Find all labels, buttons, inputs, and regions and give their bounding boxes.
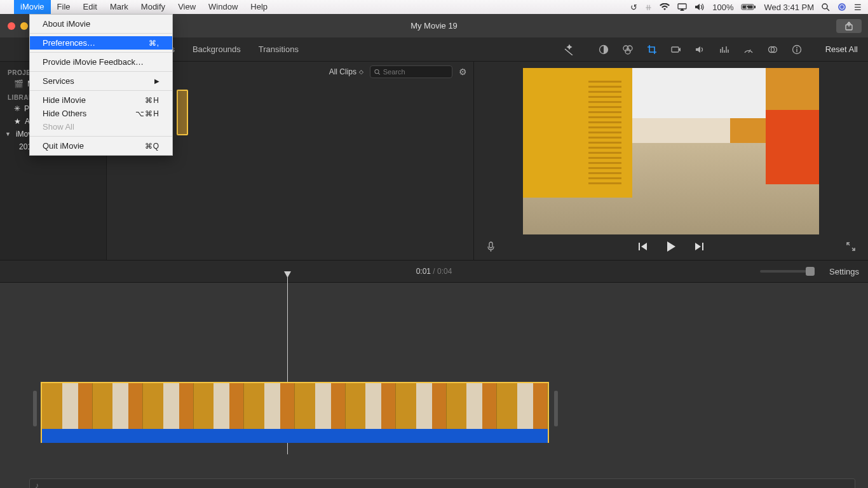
enhance-wand-button[interactable] bbox=[562, 44, 588, 55]
timeline-clip[interactable] bbox=[41, 382, 549, 443]
bluetooth-icon[interactable]: ⧺ bbox=[645, 3, 652, 12]
menu-hide-imovie[interactable]: Hide iMovie⌘H bbox=[30, 93, 172, 107]
fullscreen-icon[interactable] bbox=[846, 242, 855, 251]
menu-services[interactable]: Services▶ bbox=[30, 74, 172, 88]
svg-point-4 bbox=[822, 4, 827, 9]
background-music-well[interactable]: ♪ bbox=[29, 478, 855, 488]
imovie-app-menu: About iMovie Preferences…⌘, Provide iMov… bbox=[29, 14, 173, 156]
color-correction-icon[interactable] bbox=[622, 44, 634, 55]
window-minimize-button[interactable] bbox=[20, 22, 28, 30]
menubar-clock[interactable]: Wed 3:41 PM bbox=[764, 3, 814, 12]
svg-rect-24 bbox=[702, 243, 703, 250]
browser-clip-thumbnail[interactable] bbox=[177, 90, 188, 135]
play-button[interactable] bbox=[666, 241, 676, 252]
svg-rect-0 bbox=[678, 4, 686, 9]
prev-button[interactable] bbox=[638, 242, 648, 251]
menu-help[interactable]: Help bbox=[244, 0, 274, 14]
timeline-settings-button[interactable]: Settings bbox=[829, 267, 859, 276]
crop-icon[interactable] bbox=[646, 44, 658, 55]
search-input[interactable] bbox=[383, 68, 448, 76]
wifi-icon[interactable] bbox=[660, 3, 670, 11]
notification-center-icon[interactable]: ☰ bbox=[854, 3, 862, 12]
clip-filter-icon[interactable] bbox=[767, 44, 778, 55]
menu-mark[interactable]: Mark bbox=[104, 0, 135, 14]
tab-transitions[interactable]: Transitions bbox=[259, 44, 299, 54]
svg-point-6 bbox=[838, 3, 846, 11]
battery-percent: 100% bbox=[712, 3, 733, 12]
menu-imovie[interactable]: iMovie bbox=[14, 0, 51, 14]
tab-backgrounds[interactable]: Backgrounds bbox=[193, 44, 241, 54]
next-button[interactable] bbox=[694, 242, 704, 251]
clip-trim-handle-right[interactable] bbox=[554, 391, 558, 426]
clip-filter-dropdown[interactable]: All Clips ◇ bbox=[329, 67, 363, 76]
preview-viewer bbox=[474, 62, 868, 260]
menu-hide-others[interactable]: Hide Others⌥⌘H bbox=[30, 107, 172, 120]
svg-point-18 bbox=[796, 47, 797, 48]
battery-icon[interactable] bbox=[741, 3, 756, 11]
stabilization-icon[interactable] bbox=[670, 44, 682, 55]
volume-icon[interactable] bbox=[695, 3, 705, 11]
menu-window[interactable]: Window bbox=[202, 0, 244, 14]
search-field[interactable] bbox=[370, 65, 452, 78]
project-title: My Movie 19 bbox=[410, 21, 458, 30]
browser-settings-icon[interactable]: ⚙ bbox=[459, 67, 467, 77]
preview-canvas[interactable] bbox=[523, 68, 819, 234]
menu-file[interactable]: File bbox=[51, 0, 77, 14]
svg-line-5 bbox=[827, 8, 829, 11]
spotlight-icon[interactable] bbox=[822, 3, 830, 11]
menu-modify[interactable]: Modify bbox=[135, 0, 172, 14]
window-close-button[interactable] bbox=[8, 22, 15, 30]
clip-trim-handle-left[interactable] bbox=[33, 391, 37, 426]
airplay-icon[interactable] bbox=[677, 3, 687, 11]
search-icon bbox=[374, 69, 381, 76]
menu-preferences[interactable]: Preferences…⌘, bbox=[30, 36, 172, 50]
menu-view[interactable]: View bbox=[172, 0, 202, 14]
menu-show-all: Show All bbox=[30, 120, 172, 133]
svg-rect-23 bbox=[639, 243, 640, 250]
svg-rect-3 bbox=[754, 6, 756, 8]
menu-about-imovie[interactable]: About iMovie bbox=[30, 17, 172, 30]
color-balance-icon[interactable] bbox=[598, 44, 609, 55]
speed-icon[interactable] bbox=[743, 44, 754, 55]
noise-eq-icon[interactable] bbox=[719, 44, 730, 55]
menu-quit-imovie[interactable]: Quit iMovie⌘Q bbox=[30, 139, 172, 152]
timecode-display: 0:01 / 0:04 bbox=[416, 267, 452, 276]
info-icon[interactable] bbox=[791, 44, 803, 55]
macos-menubar: iMovie File Edit Mark Modify View Window… bbox=[0, 0, 868, 14]
share-button[interactable] bbox=[836, 19, 862, 33]
clip-audio-track[interactable] bbox=[42, 429, 548, 443]
time-machine-icon[interactable]: ↺ bbox=[630, 3, 637, 12]
svg-line-21 bbox=[378, 72, 380, 74]
voiceover-mic-icon[interactable] bbox=[487, 241, 495, 252]
menu-edit[interactable]: Edit bbox=[77, 0, 104, 14]
svg-point-20 bbox=[375, 69, 379, 73]
timeline[interactable]: ♪ bbox=[0, 283, 868, 488]
timeline-header: 0:01 / 0:04 Settings bbox=[0, 260, 868, 283]
reset-all-button[interactable]: Reset All bbox=[825, 44, 858, 54]
siri-icon[interactable] bbox=[837, 3, 846, 11]
volume-adjust-icon[interactable] bbox=[695, 44, 706, 55]
zoom-slider[interactable] bbox=[760, 270, 811, 273]
svg-rect-13 bbox=[672, 47, 679, 52]
svg-rect-22 bbox=[489, 242, 492, 248]
svg-rect-19 bbox=[796, 49, 797, 52]
menu-provide-feedback[interactable]: Provide iMovie Feedback… bbox=[30, 55, 172, 69]
